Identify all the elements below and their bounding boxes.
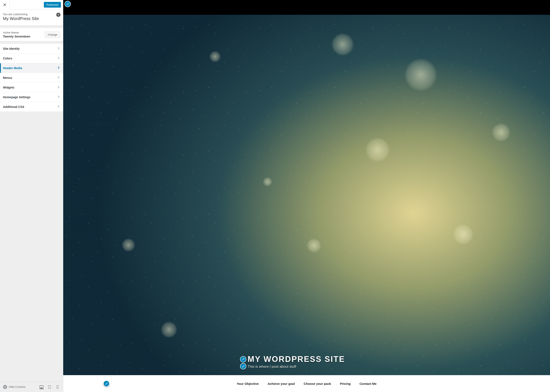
close-customizer-button[interactable]: ✕ [0, 0, 10, 10]
change-theme-button[interactable]: Change [45, 32, 60, 38]
hero-bokeh [63, 15, 550, 375]
chevron-right-icon [57, 95, 60, 99]
edit-shortcut-topbar[interactable] [64, 1, 71, 7]
edit-shortcut-tagline[interactable] [240, 363, 246, 370]
customizer-menu-item[interactable]: Menus [0, 73, 63, 83]
customizer-menu-label: Homepage Settings [3, 96, 31, 99]
intro-label: You are customizing [3, 13, 60, 16]
nav-link[interactable]: Choose your pack [304, 382, 331, 385]
publish-button[interactable]: Published [44, 2, 61, 7]
device-mobile-icon[interactable] [56, 385, 60, 389]
hero-sparkles [63, 15, 550, 375]
preview-top-bar [63, 0, 550, 15]
svg-point-2 [49, 388, 50, 388]
nav-link[interactable]: Achieve your goal [268, 382, 295, 385]
customizer-sidebar: ✕ Published You are customizing My WordP… [0, 0, 63, 392]
intro-site-title: My WordPress Site [3, 16, 60, 21]
nav-link[interactable]: Your Objective [237, 382, 259, 385]
hero-tagline: This is where I post about stuff [248, 364, 296, 369]
active-theme-box: Active theme Twenty Seventeen Change [0, 28, 63, 41]
nav-link[interactable]: Contact Me [360, 382, 376, 385]
close-icon: ✕ [3, 2, 7, 7]
chevron-right-icon [57, 66, 60, 70]
edit-shortcut-nav[interactable] [103, 380, 110, 387]
site-preview: MY WORDPRESS SITE This is where I post a… [63, 0, 550, 392]
hide-controls-button[interactable]: Hide Controls [1, 383, 27, 391]
hero-header: MY WORDPRESS SITE This is where I post a… [63, 15, 550, 375]
svg-point-4 [57, 388, 58, 388]
customizer-menu-label: Widgets [3, 86, 14, 89]
sidebar-topbar: ✕ Published [0, 0, 63, 10]
hero-title: MY WORDPRESS SITE [248, 355, 345, 364]
hero-text: MY WORDPRESS SITE This is where I post a… [248, 355, 366, 369]
active-theme-label: Active theme [3, 31, 30, 34]
hide-controls-label: Hide Controls [9, 385, 26, 388]
device-tablet-icon[interactable] [47, 385, 52, 389]
customizer-menu-item[interactable]: Widgets [0, 83, 63, 92]
nav-link[interactable]: Pricing [340, 382, 351, 385]
svg-rect-0 [40, 385, 43, 388]
chevron-right-icon [57, 85, 60, 89]
sidebar-footer: Hide Controls [0, 381, 63, 392]
active-theme-name: Twenty Seventeen [3, 35, 30, 38]
customizer-menu-label: Menus [3, 76, 12, 79]
customizer-menu-item[interactable]: Colors [0, 54, 63, 63]
sidebar-intro: You are customizing My WordPress Site ? [0, 10, 63, 26]
customizer-menu-item[interactable]: Homepage Settings [0, 92, 63, 102]
chevron-right-icon [57, 56, 60, 60]
chevron-right-icon [57, 47, 60, 50]
help-icon[interactable]: ? [56, 13, 61, 17]
device-preview-switcher [39, 385, 62, 389]
customizer-menu-item[interactable]: Header Media [0, 63, 63, 73]
customizer-menu-list: Site IdentityColorsHeader MediaMenusWidg… [0, 44, 63, 112]
collapse-icon [3, 385, 7, 389]
customizer-menu-label: Site Identity [3, 47, 20, 50]
edit-shortcut-title[interactable] [240, 356, 246, 363]
preview-primary-nav: Your ObjectiveAchieve your goalChoose yo… [63, 375, 550, 392]
customizer-menu-item[interactable]: Site Identity [0, 44, 63, 54]
customizer-menu-item[interactable]: Additional CSS [0, 102, 63, 112]
customizer-menu-label: Colors [3, 57, 12, 60]
customizer-menu-label: Header Media [3, 66, 22, 70]
device-desktop-icon[interactable] [39, 385, 44, 389]
customizer-menu-label: Additional CSS [3, 105, 24, 109]
chevron-right-icon [57, 76, 60, 79]
chevron-right-icon [57, 105, 60, 109]
